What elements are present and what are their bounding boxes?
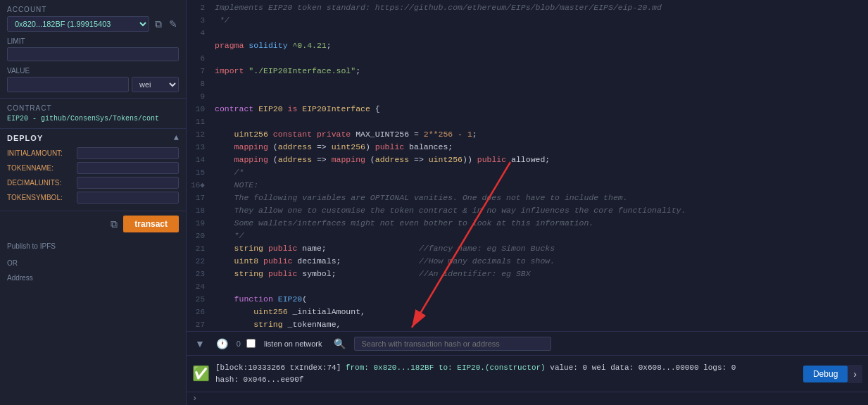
account-select[interactable]: 0x820...182BF (1.99915403: [7, 16, 149, 32]
deploy-header: DEPLOY ▲: [7, 133, 179, 143]
address-label: Address: [7, 274, 179, 282]
transact-button[interactable]: transact: [123, 216, 179, 232]
limit-input[interactable]: 3000000: [7, 47, 179, 61]
log-logs: logs: 0: [703, 363, 736, 372]
bottom-bar: ▼ 🕐 0 listen on network 🔍 ✅ [block:10333…: [187, 331, 868, 405]
account-section: ACCOUNT 0x820...182BF (1.99915403 ⧉ ✎ LI…: [0, 0, 186, 99]
bottom-toolbar: ▼ 🕐 0 listen on network 🔍: [187, 332, 868, 356]
bottom-log: ✅ [block:10333266 txIndex:74] from: 0x82…: [187, 356, 868, 392]
value-input[interactable]: [7, 77, 129, 92]
copy-account-btn[interactable]: ⧉: [153, 17, 163, 32]
log-hash: hash: 0x046...ee90f: [215, 375, 303, 384]
left-panel: ACCOUNT 0x820...182BF (1.99915403 ⧉ ✎ LI…: [0, 0, 187, 405]
listen-network-btn[interactable]: listen on network: [261, 338, 325, 349]
search-icon-btn[interactable]: 🔍: [331, 337, 348, 351]
param-row-1: TOKENNAME: cheshirex: [7, 162, 179, 174]
limit-label: LIMIT: [7, 37, 25, 45]
right-panel: 234 678910111213141516◆17181920212223242…: [187, 0, 868, 405]
param-input-3[interactable]: rex: [77, 192, 179, 204]
expand-btn[interactable]: ›: [848, 365, 862, 383]
code-content: Implements EIP20 token standard: https:/…: [209, 0, 868, 331]
param-label-2: DECIMALUNITS:: [7, 179, 74, 187]
contract-label: CONTRACT: [7, 104, 179, 112]
limit-row: LIMIT: [7, 37, 179, 45]
log-data: data: 0x608...00000: [610, 363, 703, 372]
line-numbers: 234 678910111213141516◆17181920212223242…: [187, 0, 209, 331]
clock-btn[interactable]: 🕐: [213, 337, 231, 351]
listen-checkbox[interactable]: [246, 339, 256, 348]
param-input-1[interactable]: cheshirex: [77, 162, 179, 174]
copy-btn[interactable]: ⧉: [109, 217, 119, 232]
action-row: ⧉ transact: [7, 216, 179, 232]
or-label: OR: [7, 259, 179, 267]
wei-row: wei: [7, 77, 179, 92]
ipfs-label: Publish to IPFS: [7, 242, 56, 250]
wei-select[interactable]: wei: [132, 77, 179, 92]
count-badge: 0: [237, 339, 241, 348]
param-label-0: INITIALAMOUNT:: [7, 149, 74, 157]
param-label-1: TOKENNAME:: [7, 164, 74, 172]
account-row: 0x820...182BF (1.99915403 ⧉ ✎: [7, 16, 179, 32]
param-input-2[interactable]: 0000000000: [77, 177, 179, 189]
param-row-3: TOKENSYMBOL: rex: [7, 192, 179, 204]
log-block-info: [block:10333266 txIndex:74]: [215, 363, 346, 372]
deploy-section: DEPLOY ▲ INITIALAMOUNT: 1000000000000000…: [0, 129, 186, 211]
log-value: value: 0 wei: [550, 363, 610, 372]
deploy-chevron: ▲: [174, 133, 179, 143]
debug-button[interactable]: Debug: [803, 366, 848, 382]
expand-arrow-icon[interactable]: ›: [192, 394, 197, 404]
param-input-0[interactable]: 10000000000000000: [77, 147, 179, 159]
bottom-actions: ⧉ transact Publish to IPFS OR Address: [0, 211, 186, 286]
code-area: 234 678910111213141516◆17181920212223242…: [187, 0, 868, 331]
contract-path: EIP20 - github/ConsenSys/Tokens/cont: [7, 115, 179, 123]
log-text: [block:10333266 txIndex:74] from: 0x820.…: [215, 362, 803, 385]
bottom-expand: ›: [187, 392, 868, 405]
success-icon: ✅: [192, 365, 210, 382]
param-label-3: TOKENSYMBOL:: [7, 194, 74, 201]
log-to: to: EIP20.(constructor): [439, 363, 550, 372]
log-from: from: 0x820...182BF: [346, 363, 439, 372]
search-tx-input[interactable]: [354, 337, 551, 351]
edit-account-btn[interactable]: ✎: [168, 17, 179, 31]
value-label: VALUE: [7, 67, 30, 75]
deploy-title: DEPLOY: [7, 134, 43, 142]
collapse-btn[interactable]: ▼: [192, 337, 208, 351]
account-label: ACCOUNT: [7, 6, 179, 13]
param-row-2: DECIMALUNITS: 0000000000: [7, 177, 179, 189]
contract-section: CONTRACT EIP20 - github/ConsenSys/Tokens…: [0, 99, 186, 129]
ipfs-row: Publish to IPFS: [7, 239, 179, 252]
value-row: VALUE: [7, 67, 179, 75]
param-row-0: INITIALAMOUNT: 10000000000000000: [7, 147, 179, 159]
